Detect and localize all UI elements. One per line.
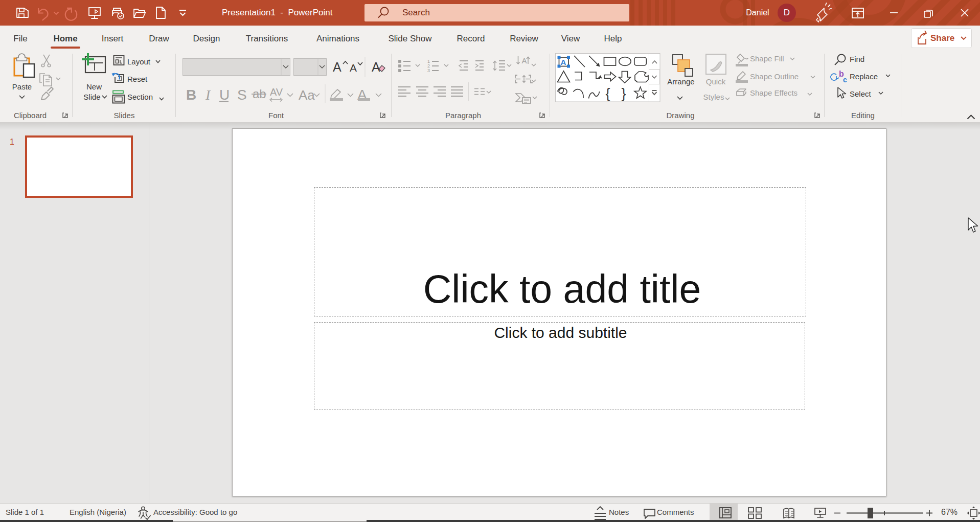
svg-text:A: A (522, 56, 527, 65)
svg-text:{: { (606, 86, 610, 101)
svg-text:c: c (843, 76, 847, 84)
svg-text:AV: AV (270, 86, 283, 98)
svg-text:I: I (205, 87, 211, 103)
svg-text:A: A (372, 60, 380, 74)
svg-text:}: } (622, 86, 626, 101)
svg-text:A: A (350, 62, 357, 74)
svg-text:Aa: Aa (299, 87, 315, 103)
svg-text:A: A (333, 60, 341, 74)
svg-text:S: S (237, 87, 247, 103)
svg-text:B: B (186, 87, 196, 103)
svg-text:U: U (219, 87, 230, 103)
svg-text:A: A (561, 58, 566, 66)
svg-text:3: 3 (427, 68, 430, 73)
